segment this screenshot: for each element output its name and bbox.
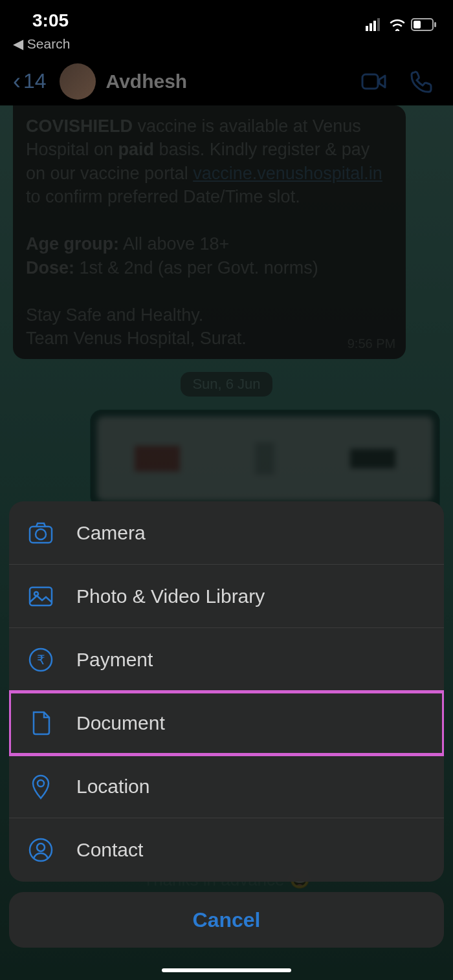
menu-item-camera[interactable]: Camera (9, 501, 444, 565)
back-triangle-icon: ◀ (13, 36, 27, 52)
attachment-menu: Camera Photo & Video Library ₹ Payment D… (9, 501, 444, 882)
menu-label: Camera (76, 522, 146, 544)
svg-rect-7 (362, 74, 378, 89)
menu-label: Photo & Video Library (76, 585, 265, 607)
chevron-left-icon: ‹ (13, 68, 21, 95)
wifi-icon (389, 18, 406, 31)
video-call-icon[interactable] (361, 69, 387, 94)
svg-point-9 (36, 529, 46, 539)
document-icon (27, 710, 54, 737)
back-count: 14 (23, 69, 47, 93)
chat-navbar: ‹ 14 Avdhesh (0, 57, 453, 105)
attachment-action-sheet: Camera Photo & Video Library ₹ Payment D… (9, 501, 444, 948)
photo-icon (27, 583, 54, 610)
contact-icon (27, 836, 54, 864)
menu-label: Payment (76, 649, 153, 671)
menu-item-contact[interactable]: Contact (9, 818, 444, 882)
menu-label: Location (76, 776, 149, 798)
menu-label: Document (76, 712, 165, 734)
menu-item-document[interactable]: Document (9, 691, 444, 755)
home-indicator[interactable] (162, 968, 291, 972)
rupee-icon: ₹ (27, 646, 54, 673)
svg-text:₹: ₹ (37, 653, 45, 667)
menu-item-payment[interactable]: ₹ Payment (9, 628, 444, 691)
back-to-app[interactable]: ◀ Search (0, 32, 453, 57)
location-pin-icon (27, 773, 54, 800)
svg-rect-6 (434, 22, 436, 27)
contact-avatar[interactable] (60, 63, 96, 100)
status-icons (366, 18, 437, 31)
svg-rect-1 (370, 23, 372, 31)
svg-point-11 (34, 592, 38, 596)
svg-rect-10 (30, 587, 52, 605)
cancel-button[interactable]: Cancel (9, 892, 444, 948)
menu-item-location[interactable]: Location (9, 755, 444, 818)
back-app-label: Search (27, 36, 71, 52)
battery-icon (411, 18, 437, 31)
svg-rect-2 (373, 21, 376, 31)
svg-rect-3 (377, 18, 380, 31)
svg-rect-0 (366, 26, 368, 31)
svg-rect-5 (414, 21, 421, 28)
status-bar: 3:05 (0, 0, 453, 32)
cellular-icon (366, 18, 384, 31)
menu-label: Contact (76, 839, 143, 861)
voice-call-icon[interactable] (408, 69, 434, 94)
status-time: 3:05 (32, 10, 69, 31)
cancel-label: Cancel (193, 908, 261, 932)
back-button[interactable]: ‹ 14 (13, 68, 47, 95)
svg-point-16 (37, 844, 45, 851)
menu-item-photo-library[interactable]: Photo & Video Library (9, 565, 444, 628)
svg-point-14 (38, 780, 44, 787)
camera-icon (27, 519, 54, 547)
contact-name[interactable]: Avdhesh (106, 71, 361, 93)
